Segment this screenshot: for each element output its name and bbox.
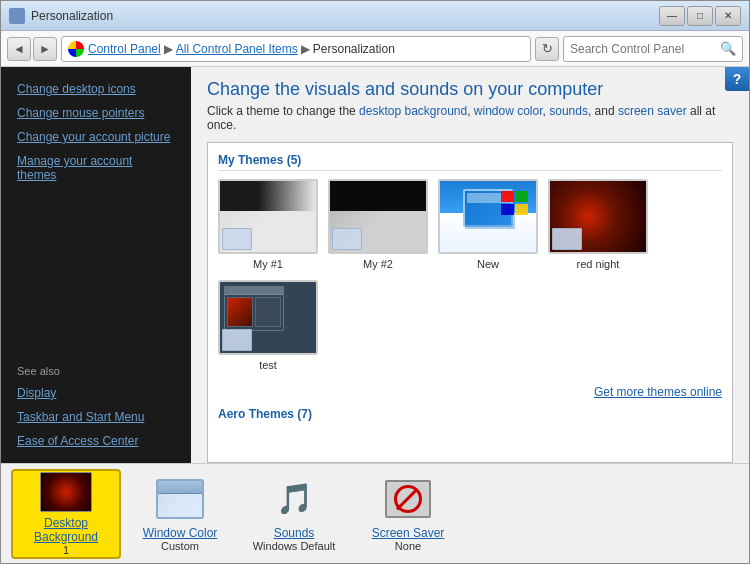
main-content: Change desktop icons Change mouse pointe… [1,67,749,463]
theme-new-label: New [477,258,499,270]
theme-my2[interactable]: My #2 [328,179,428,270]
svg-rect-5 [515,204,528,215]
window-color-sublabel: Custom [161,540,199,552]
sidebar-link-desktop-icons[interactable]: Change desktop icons [1,77,191,101]
refresh-button[interactable]: ↻ [535,37,559,61]
page-title: Change the visuals and sounds on your co… [207,79,733,100]
get-more-themes-link[interactable]: Get more themes online [218,381,722,403]
theme-test[interactable]: test [218,280,318,371]
sidebar-link-account-picture[interactable]: Change your account picture [1,125,191,149]
maximize-button[interactable]: □ [687,6,713,26]
content-area: Change the visuals and sounds on your co… [191,67,749,463]
app-icon [9,8,25,24]
folder-icon [332,228,362,250]
svg-rect-4 [501,204,514,215]
screen-saver-icon [382,476,434,522]
screen-saver-sublabel: None [395,540,421,552]
window-color-button[interactable]: Window Color Custom [125,469,235,559]
address-bar: ◄ ► Control Panel ▶ All Control Panel It… [1,31,749,67]
themes-panel: My Themes (5) My #1 [207,142,733,463]
minimize-button[interactable]: — [659,6,685,26]
desktop-bg-thumbnail [40,472,92,512]
breadcrumb-part1[interactable]: Control Panel [88,42,161,56]
theme-my1-preview [218,179,318,254]
window-color-label: Window Color [143,526,218,540]
sounds-icon: 🎵 [268,476,320,522]
window-controls: — □ ✕ [659,6,741,26]
my-themes-grid: My #1 My #2 [218,179,722,371]
screen-saver-label: Screen Saver [372,526,445,540]
close-button[interactable]: ✕ [715,6,741,26]
desktop-background-button[interactable]: Desktop Background 1 [11,469,121,559]
sounds-sublabel: Windows Default [253,540,336,552]
windows-logo-icon [68,41,84,57]
sidebar-link-mouse-pointers[interactable]: Change mouse pointers [1,101,191,125]
folder-icon [222,329,252,351]
theme-rednight-label: red night [577,258,620,270]
breadcrumb-part2[interactable]: All Control Panel Items [176,42,298,56]
themes-scroll[interactable]: My Themes (5) My #1 [208,143,732,462]
see-also-title: See also [1,349,191,381]
window-color-icon [154,476,206,522]
breadcrumb: Control Panel ▶ All Control Panel Items … [61,36,531,62]
theme-new-preview [438,179,538,254]
search-input[interactable] [570,42,720,56]
folder-icon [222,228,252,250]
search-bar: 🔍 [563,36,743,62]
theme-my1[interactable]: My #1 [218,179,318,270]
theme-rednight[interactable]: red night [548,179,648,270]
help-button[interactable]: ? [725,67,749,91]
theme-my2-label: My #2 [363,258,393,270]
sidebar-link-manage-themes[interactable]: Manage your account themes [1,149,191,187]
theme-test-preview [218,280,318,355]
window-title: Personalization [31,9,659,23]
theme-rednight-preview [548,179,648,254]
theme-my1-label: My #1 [253,258,283,270]
sidebar-link-ease-of-access[interactable]: Ease of Access Center [1,429,191,453]
no-symbol-icon [394,485,422,513]
theme-test-label: test [259,359,277,371]
back-button[interactable]: ◄ [7,37,31,61]
bottom-toolbar: Desktop Background 1 Window Color Custom… [1,463,749,563]
my-themes-title: My Themes (5) [218,153,722,171]
theme-my2-preview [328,179,428,254]
folder-icon [552,228,582,250]
sounds-label: Sounds [274,526,315,540]
sidebar: Change desktop icons Change mouse pointe… [1,67,191,463]
theme-new[interactable]: New [438,179,538,270]
screen-saver-button[interactable]: Screen Saver None [353,469,463,559]
page-subtitle: Click a theme to change the desktop back… [207,104,733,132]
desktop-background-icon [40,472,92,512]
svg-rect-3 [515,191,528,202]
desktop-background-label: Desktop Background [19,516,113,544]
aero-themes-title: Aero Themes (7) [218,407,722,421]
desktop-background-sublabel: 1 [63,544,69,556]
forward-button[interactable]: ► [33,37,57,61]
personalization-window: Personalization — □ ✕ ◄ ► Control Panel … [0,0,750,564]
sidebar-link-display[interactable]: Display [1,381,191,405]
nav-buttons: ◄ ► [7,37,57,61]
title-bar: Personalization — □ ✕ [1,1,749,31]
search-icon[interactable]: 🔍 [720,41,736,56]
sounds-button[interactable]: 🎵 Sounds Windows Default [239,469,349,559]
svg-rect-2 [501,191,514,202]
sidebar-link-taskbar[interactable]: Taskbar and Start Menu [1,405,191,429]
breadcrumb-part3: Personalization [313,42,395,56]
